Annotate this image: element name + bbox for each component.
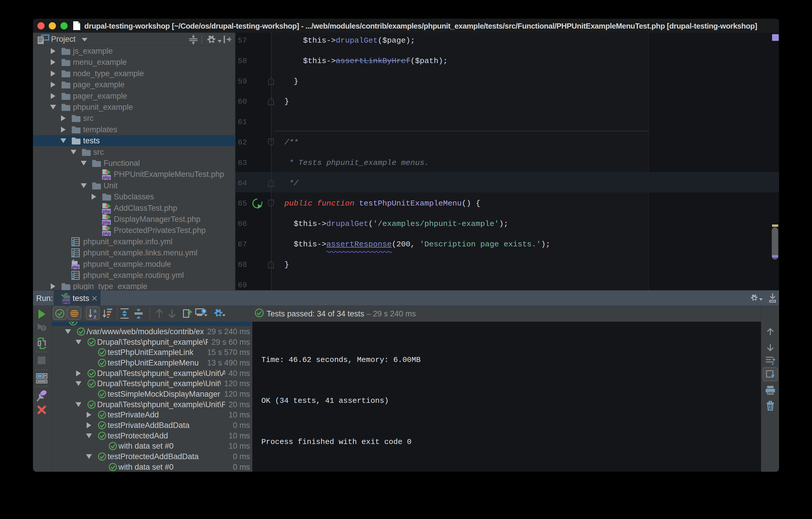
svg-text:php: php xyxy=(103,220,110,225)
svg-text:php: php xyxy=(63,300,70,304)
svg-text:php: php xyxy=(72,265,79,269)
svg-text:php: php xyxy=(103,175,110,180)
svg-text:php: php xyxy=(103,209,110,214)
svg-text:a: a xyxy=(94,308,97,314)
svg-text:php: php xyxy=(103,231,110,236)
svg-text:z: z xyxy=(94,314,96,319)
